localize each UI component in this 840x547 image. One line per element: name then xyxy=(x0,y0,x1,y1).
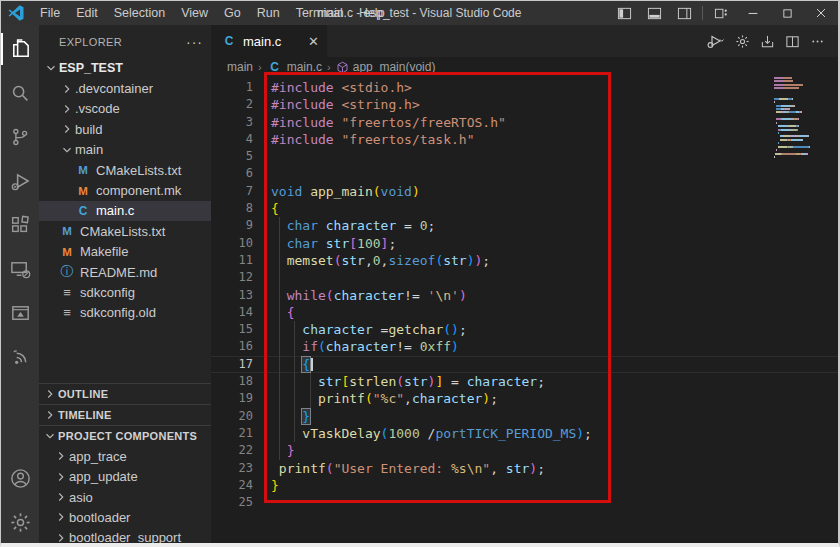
split-editor-icon[interactable] xyxy=(782,34,803,49)
code-line-8[interactable]: 8{ xyxy=(211,200,838,217)
menu-edit[interactable]: Edit xyxy=(68,1,106,25)
code-line-20[interactable]: 20 } xyxy=(211,408,838,425)
code-line-6[interactable]: 6 xyxy=(211,165,838,182)
serial-monitor-icon[interactable] xyxy=(1,291,39,335)
code-line-19[interactable]: 19 printf("%c",character); xyxy=(211,390,838,407)
menu-help[interactable]: Help xyxy=(351,1,393,25)
line-content: #include <stdio.h> xyxy=(257,79,838,96)
tree-item-makefile[interactable]: MMakefile xyxy=(39,242,211,262)
code-line-4[interactable]: 4#include "freertos/task.h" xyxy=(211,131,838,148)
chevron-icon xyxy=(42,407,58,423)
breadcrumb-app-main-void-[interactable]: app_main(void) xyxy=(336,60,436,74)
tab-main-c[interactable]: C main.c ✕ xyxy=(211,25,327,57)
source-control-icon[interactable] xyxy=(1,115,39,159)
explorer-icon[interactable] xyxy=(1,27,39,71)
code-line-22[interactable]: 22 } xyxy=(211,442,838,459)
tree-item--vscode[interactable]: .vscode xyxy=(39,99,211,119)
section-project-components[interactable]: PROJECT COMPONENTS xyxy=(39,425,211,446)
customize-layout-icon[interactable] xyxy=(706,1,736,25)
explorer-more-actions-icon[interactable]: ··· xyxy=(186,34,203,50)
remote-explorer-icon[interactable] xyxy=(1,247,39,291)
component-app-update[interactable]: app_update xyxy=(39,466,211,486)
tree-item-main[interactable]: main xyxy=(39,140,211,160)
component-asio[interactable]: asio xyxy=(39,487,211,507)
code-line-11[interactable]: 11 memset(str,0,sizeof(str)); xyxy=(211,252,838,269)
flash-download-icon[interactable] xyxy=(757,34,778,49)
tree-item-sdkconfig[interactable]: ≡sdkconfig xyxy=(39,282,211,302)
code-line-1[interactable]: 1#include <stdio.h> xyxy=(211,79,838,96)
close-button[interactable] xyxy=(804,1,838,25)
toggle-panel-icon[interactable] xyxy=(639,1,669,25)
tree-item-esp-test[interactable]: ESP_TEST xyxy=(39,58,211,78)
tree-item-readme-md[interactable]: ⓘREADME.md xyxy=(39,262,211,282)
line-number: 24 xyxy=(211,477,257,494)
toggle-sidebar-icon[interactable] xyxy=(609,1,639,25)
component-app-trace[interactable]: app_trace xyxy=(39,446,211,466)
code-line-23[interactable]: 23 printf("User Entered: %s\n", str); xyxy=(211,460,838,477)
tree-item-cmakelists-txt[interactable]: MCMakeLists.txt xyxy=(39,160,211,180)
espressif-icon[interactable] xyxy=(1,335,39,379)
breadcrumb-main[interactable]: main xyxy=(227,60,253,74)
maximize-button[interactable] xyxy=(770,1,804,25)
tree-item-main-c[interactable]: Cmain.c xyxy=(39,201,211,221)
section-timeline[interactable]: TIMELINE xyxy=(39,404,211,425)
code-line-10[interactable]: 10 char str[100]; xyxy=(211,235,838,252)
section-outline[interactable]: OUTLINE xyxy=(39,383,211,404)
account-icon[interactable] xyxy=(1,456,39,500)
menu-run[interactable]: Run xyxy=(249,1,288,25)
extensions-icon[interactable] xyxy=(1,203,39,247)
menu-selection[interactable]: Selection xyxy=(106,1,173,25)
run-or-debug-icon[interactable] xyxy=(702,33,728,49)
search-icon[interactable] xyxy=(1,71,39,115)
code-line-15[interactable]: 15 character =getchar(); xyxy=(211,321,838,338)
tree-item-label: .vscode xyxy=(75,101,120,116)
code-line-21[interactable]: 21 vTaskDelay(1000 /portTICK_PERIOD_MS); xyxy=(211,425,838,442)
chevron-right-icon xyxy=(53,509,69,525)
minimize-button[interactable] xyxy=(736,1,770,25)
toggle-secondary-sidebar-icon[interactable] xyxy=(669,1,699,25)
code-line-7[interactable]: 7void app_main(void) xyxy=(211,183,838,200)
menu-file[interactable]: File xyxy=(32,1,68,25)
tree-item-build[interactable]: build xyxy=(39,119,211,139)
tab-close-icon[interactable]: ✕ xyxy=(308,34,319,49)
code-line-24[interactable]: 24} xyxy=(211,477,838,494)
titlebar: FileEditSelectionViewGoRunTerminalHelp m… xyxy=(1,1,838,25)
tree-item-sdkconfig-old[interactable]: ≡sdkconfig.old xyxy=(39,303,211,323)
menu-go[interactable]: Go xyxy=(216,1,249,25)
more-actions-icon[interactable] xyxy=(807,34,828,49)
config-file-icon: ≡ xyxy=(59,305,75,320)
code-line-13[interactable]: 13 while(character!= '\n') xyxy=(211,287,838,304)
code-line-5[interactable]: 5 xyxy=(211,148,838,165)
code-line-17[interactable]: 17 { xyxy=(211,356,838,373)
component-bootloader-support[interactable]: bootloader_support xyxy=(39,528,211,547)
tree-item--devcontainer[interactable]: .devcontainer xyxy=(39,78,211,98)
code-editor[interactable]: 1#include <stdio.h>2#include <string.h>3… xyxy=(211,77,838,547)
code-line-16[interactable]: 16 if(character!= 0xff) xyxy=(211,338,838,355)
chevron-right-icon xyxy=(59,81,75,97)
tree-item-cmakelists-txt[interactable]: MCMakeLists.txt xyxy=(39,221,211,241)
indent-guide xyxy=(279,373,280,390)
settings-gear-icon[interactable] xyxy=(732,34,753,49)
tree-item-component-mk[interactable]: Mcomponent.mk xyxy=(39,180,211,200)
code-line-25[interactable]: 25 xyxy=(211,494,838,511)
indent-guide xyxy=(279,321,280,338)
line-number: 9 xyxy=(211,217,257,234)
code-line-3[interactable]: 3#include "freertos/freeRTOS.h" xyxy=(211,114,838,131)
breadcrumb-main-c[interactable]: Cmain.c xyxy=(267,60,322,74)
indent-guide xyxy=(294,356,295,373)
code-line-14[interactable]: 14 { xyxy=(211,304,838,321)
code-line-2[interactable]: 2#include <string.h> xyxy=(211,96,838,113)
editor-group: C main.c ✕ xyxy=(211,25,838,547)
code-line-18[interactable]: 18 str[strlen(str)] = character; xyxy=(211,373,838,390)
settings-gear-icon[interactable] xyxy=(1,500,39,544)
run-debug-icon[interactable] xyxy=(1,159,39,203)
code-line-12[interactable]: 12 xyxy=(211,269,838,286)
code-line-9[interactable]: 9 char character = 0; xyxy=(211,217,838,234)
menu-view[interactable]: View xyxy=(173,1,216,25)
indent-guide xyxy=(294,390,295,407)
line-number: 1 xyxy=(211,79,257,96)
component-bootloader[interactable]: bootloader xyxy=(39,507,211,527)
tab-bar: C main.c ✕ xyxy=(211,25,838,57)
menu-terminal[interactable]: Terminal xyxy=(288,1,351,25)
line-content: void app_main(void) xyxy=(257,183,838,200)
